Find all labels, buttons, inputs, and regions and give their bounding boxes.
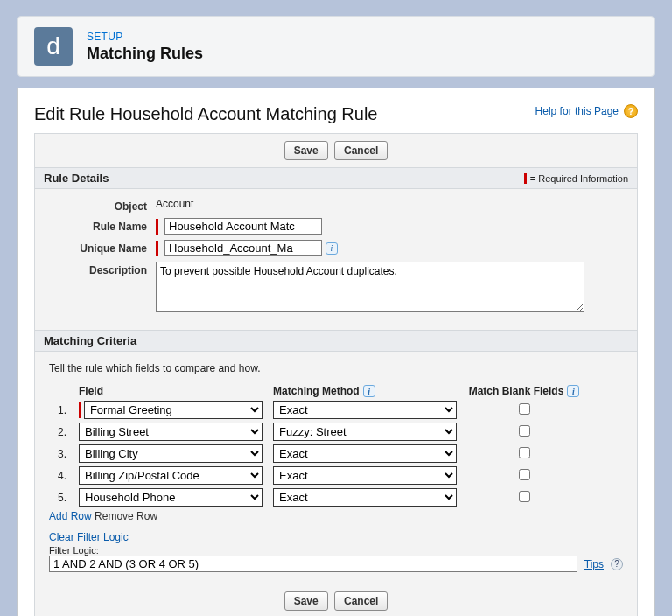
editor-container: Save Cancel Rule Details = Required Info…	[34, 133, 638, 616]
bottom-button-row: Save Cancel	[35, 584, 637, 616]
match-blank-checkbox[interactable]	[519, 491, 530, 502]
criteria-field-cell: Formal Greeting	[79, 401, 262, 419]
setup-title-block: SETUP Matching Rules	[87, 31, 203, 63]
criteria-field-select[interactable]: Formal Greeting	[84, 401, 262, 419]
criteria-method-select[interactable]: Fuzzy: Street	[273, 423, 457, 441]
edit-panel: Edit Rule Household Account Matching Rul…	[18, 88, 654, 616]
label-description: Description	[51, 262, 156, 276]
label-rule-name: Rule Name	[51, 218, 156, 233]
criteria-blank-cell	[467, 425, 581, 439]
add-row-link[interactable]: Add Row	[49, 510, 92, 522]
section-head-details: Rule Details = Required Information	[35, 167, 637, 189]
help-block: Help for this Page ?	[536, 104, 638, 118]
tips-help-icon[interactable]: ?	[611, 558, 623, 570]
info-icon[interactable]: i	[326, 242, 338, 255]
criteria-blank-cell	[467, 491, 581, 505]
description-textarea[interactable]: To prevent possible Household Account du…	[156, 262, 584, 312]
cancel-button[interactable]: Cancel	[334, 592, 388, 611]
filter-logic-input[interactable]	[49, 556, 578, 572]
setup-label: SETUP	[87, 31, 203, 43]
criteria-method-select[interactable]: Exact	[273, 401, 457, 419]
criteria-field-cell: Household Phone	[79, 488, 262, 507]
criteria-method-select[interactable]: Exact	[273, 444, 457, 463]
required-bar-icon	[79, 402, 81, 418]
criteria-row-number: 1.	[49, 404, 68, 416]
criteria-hint: Tell the rule which fields to compare an…	[49, 362, 623, 374]
required-bar-icon	[156, 241, 158, 256]
rule-name-input[interactable]	[164, 218, 322, 234]
section-title-details: Rule Details	[44, 172, 108, 185]
criteria-body: Tell the rule which fields to compare an…	[35, 352, 637, 584]
required-legend-text: = Required Information	[530, 173, 628, 184]
filter-logic-row: Tips ?	[49, 556, 623, 572]
criteria-grid: Field Matching Method i Match Blank Fiel…	[49, 385, 623, 507]
match-blank-checkbox[interactable]	[519, 447, 530, 458]
help-link[interactable]: Help for this Page	[536, 105, 619, 117]
criteria-field-select[interactable]: Billing Zip/Postal Code	[79, 466, 262, 485]
criteria-field-cell: Billing City	[79, 444, 262, 463]
rule-details-form: Object Account Rule Name Unique Name i	[35, 189, 637, 330]
value-object: Account	[156, 198, 193, 210]
setup-icon: d	[34, 27, 73, 66]
match-blank-checkbox[interactable]	[519, 469, 530, 480]
page-title: Edit Rule Household Account Matching Rul…	[34, 104, 377, 124]
cancel-button[interactable]: Cancel	[334, 141, 388, 160]
unique-name-input[interactable]	[164, 240, 322, 256]
criteria-row-number: 4.	[49, 470, 68, 482]
required-bar-icon	[156, 219, 158, 234]
remove-row-text: Remove Row	[94, 510, 158, 522]
col-blank: Match Blank Fields i	[467, 385, 581, 397]
row-actions: Add Row Remove Row	[49, 510, 623, 522]
criteria-field-select[interactable]: Household Phone	[79, 488, 262, 507]
tips-link[interactable]: Tips	[584, 558, 604, 570]
match-blank-checkbox[interactable]	[519, 425, 530, 437]
required-legend: = Required Information	[524, 173, 628, 184]
col-method-label: Matching Method	[273, 385, 360, 397]
col-method: Matching Method i	[273, 385, 457, 397]
criteria-method-select[interactable]: Exact	[273, 488, 457, 507]
setup-header: d SETUP Matching Rules	[18, 16, 654, 77]
section-title-criteria: Matching Criteria	[44, 334, 136, 347]
criteria-row-number: 2.	[49, 426, 68, 438]
save-button[interactable]: Save	[284, 592, 328, 611]
criteria-field-cell: Billing Zip/Postal Code	[79, 466, 262, 485]
criteria-row-number: 5.	[49, 492, 68, 504]
col-blank-label: Match Blank Fields	[469, 385, 564, 397]
criteria-method-select[interactable]: Exact	[273, 466, 457, 485]
col-field: Field	[79, 385, 262, 397]
setup-title: Matching Rules	[87, 45, 203, 63]
criteria-blank-cell	[467, 447, 581, 461]
criteria-blank-cell	[467, 403, 581, 417]
clear-filter-logic-link[interactable]: Clear Filter Logic	[49, 531, 129, 543]
help-icon[interactable]: ?	[624, 104, 638, 118]
criteria-field-select[interactable]: Billing Street	[79, 423, 262, 441]
label-unique-name: Unique Name	[51, 240, 156, 255]
info-icon[interactable]: i	[363, 385, 375, 397]
section-head-criteria: Matching Criteria	[35, 330, 637, 352]
required-bar-icon	[524, 173, 527, 184]
save-button[interactable]: Save	[284, 141, 328, 160]
label-object: Object	[51, 198, 156, 213]
panel-header: Edit Rule Household Account Matching Rul…	[34, 104, 638, 124]
match-blank-checkbox[interactable]	[519, 403, 530, 415]
criteria-field-cell: Billing Street	[79, 423, 262, 441]
info-icon[interactable]: i	[567, 385, 579, 397]
criteria-blank-cell	[467, 469, 581, 483]
top-button-row: Save Cancel	[35, 134, 637, 167]
criteria-row-number: 3.	[49, 448, 68, 460]
filter-logic-label: Filter Logic:	[49, 545, 623, 556]
criteria-field-select[interactable]: Billing City	[79, 444, 262, 463]
